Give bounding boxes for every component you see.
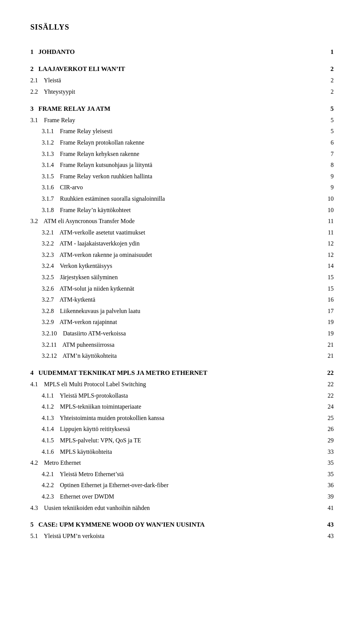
entry-text: 2 LAAJAVERKOT ELI WAN’IT	[30, 64, 322, 74]
toc-entry: 2.1 Yleistä2	[30, 76, 334, 85]
entry-text: 3.2.12 ATM’n käyttökohteita	[42, 351, 322, 361]
entry-page: 5	[322, 126, 334, 136]
toc-entry: 3.2.1 ATM-verkolle asetetut vaatimukset1…	[30, 228, 334, 238]
entry-page: 9	[322, 182, 334, 192]
entry-page: 35	[322, 458, 334, 468]
entry-page: 2	[322, 87, 334, 97]
entry-page: 43	[322, 519, 334, 530]
entry-page: 19	[322, 329, 334, 338]
entry-text: 4.2.2 Optinen Ethernet ja Ethernet-over-…	[42, 480, 322, 490]
page-title: SISÄLLYS	[30, 23, 334, 31]
entry-page: 41	[322, 503, 334, 513]
entry-page: 36	[322, 480, 334, 490]
entry-text: 4.3 Uusien tekniikoiden edut vanhoihin n…	[30, 503, 322, 513]
entry-text: 4.1.2 MPLS-tekniikan toimintaperiaate	[42, 402, 322, 412]
entry-page: 12	[322, 239, 334, 249]
entry-text: 4.1.3 Yhteistoiminta muiden protokollien…	[42, 413, 322, 423]
entry-text: 5.1 Yleistä UPM’n verkoista	[30, 531, 322, 541]
entry-text: 3.1.2 Frame Relayn protokollan rakenne	[42, 138, 322, 148]
entry-page: 21	[322, 340, 334, 350]
entry-page: 22	[322, 391, 334, 401]
toc-entry: 3.1.2 Frame Relayn protokollan rakenne6	[30, 138, 334, 148]
entry-page: 21	[322, 351, 334, 361]
toc-entry: 3.1.7 Ruuhkien estäminen suoralla signal…	[30, 194, 334, 204]
toc-entry: 4.1.6 MPLS käyttökohteita33	[30, 447, 334, 457]
toc-entry: 3.2.12 ATM’n käyttökohteita21	[30, 351, 334, 361]
entry-page: 15	[322, 272, 334, 282]
entry-page: 5	[322, 104, 334, 114]
entry-text: 3.1.3 Frame Relayn kehyksen rakenne	[42, 149, 322, 159]
entry-page: 19	[322, 317, 334, 327]
entry-page: 25	[322, 413, 334, 423]
entry-text: 4 UUDEMMAT TEKNIIKAT MPLS JA METRO ETHER…	[30, 368, 322, 378]
toc-entry: 1 JOHDANTO1	[30, 47, 334, 57]
toc-entry: 3.1.5 Frame Relay verkon ruuhkien hallin…	[30, 171, 334, 181]
entry-text: 3.2 ATM eli Asyncronous Transfer Mode	[30, 216, 322, 226]
entry-page: 15	[322, 284, 334, 294]
entry-page: 17	[322, 306, 334, 316]
entry-text: 3.1 Frame Relay	[30, 115, 322, 125]
entry-text: 4.1.4 Lippujen käyttö reitityksessä	[42, 424, 322, 434]
entry-text: 3.2.4 Verkon kytkentäisyys	[42, 261, 322, 271]
entry-page: 14	[322, 261, 334, 271]
entry-page: 24	[322, 402, 334, 412]
entry-text: 3.2.6 ATM-solut ja niiden kytkennät	[42, 284, 322, 294]
toc-entry: 3.2.8 Liikennekuvaus ja palvelun laatu17	[30, 306, 334, 316]
entry-page: 39	[322, 492, 334, 502]
toc-entry: 3.1.8 Frame Relay’n käyttökohteet10	[30, 205, 334, 215]
entry-text: 3.2.2 ATM - laajakaistaverkkojen ydin	[42, 239, 322, 249]
entry-text: 2.2 Yhteystyypit	[30, 87, 322, 97]
entry-page: 10	[322, 205, 334, 215]
toc-entry: 4.1.4 Lippujen käyttö reitityksessä26	[30, 424, 334, 434]
toc-entry: 4.1.3 Yhteistoiminta muiden protokollien…	[30, 413, 334, 423]
entry-page: 2	[322, 76, 334, 85]
entry-text: 3.1.6 CIR-arvo	[42, 182, 322, 192]
toc-entry: 3.1 Frame Relay5	[30, 115, 334, 125]
entry-page: 22	[322, 368, 334, 378]
toc-entry: 3.2.6 ATM-solut ja niiden kytkennät15	[30, 284, 334, 294]
entry-text: 3.2.5 Järjestyksen säilyminen	[42, 272, 322, 282]
toc-entry: 4.1.1 Yleistä MPLS-protokollasta22	[30, 391, 334, 401]
toc-entry: 5.1 Yleistä UPM’n verkoista43	[30, 531, 334, 541]
entry-page: 6	[322, 138, 334, 148]
entry-text: 3.2.3 ATM-verkon rakenne ja ominaisuudet	[42, 250, 322, 260]
entry-page: 29	[322, 436, 334, 445]
toc-entry: 5 CASE: UPM KYMMENE WOOD OY WAN’IEN UUSI…	[30, 519, 334, 530]
toc-entry: 4.2.3 Ethernet over DWDM39	[30, 492, 334, 502]
entry-text: 3.2.10 Datasiirto ATM-verkoissa	[42, 329, 322, 338]
toc-entry: 4.2 Metro Ethernet35	[30, 458, 334, 468]
entry-text: 4.1.6 MPLS käyttökohteita	[42, 447, 322, 457]
toc-container: 1 JOHDANTO12 LAAJAVERKOT ELI WAN’IT22.1 …	[30, 47, 334, 541]
toc-entry: 4.2.1 Yleistä Metro Ethernet’stä35	[30, 469, 334, 479]
entry-text: 5 CASE: UPM KYMMENE WOOD OY WAN’IEN UUSI…	[30, 519, 322, 530]
entry-text: 3.2.1 ATM-verkolle asetetut vaatimukset	[42, 228, 322, 238]
entry-text: 4.2 Metro Ethernet	[30, 458, 322, 468]
entry-text: 3.1.1 Frame Relay yleisesti	[42, 126, 322, 136]
entry-page: 10	[322, 194, 334, 204]
toc-entry: 3.2.2 ATM - laajakaistaverkkojen ydin12	[30, 239, 334, 249]
entry-text: 3.2.7 ATM-kytkentä	[42, 295, 322, 305]
toc-entry: 2 LAAJAVERKOT ELI WAN’IT2	[30, 64, 334, 74]
entry-text: 1 JOHDANTO	[30, 47, 322, 57]
toc-entry: 3.1.3 Frame Relayn kehyksen rakenne7	[30, 149, 334, 159]
entry-text: 3.2.8 Liikennekuvaus ja palvelun laatu	[42, 306, 322, 316]
entry-page: 43	[322, 531, 334, 541]
entry-page: 11	[322, 228, 334, 238]
entry-page: 5	[322, 115, 334, 125]
entry-text: 3.2.9 ATM-verkon rajapinnat	[42, 317, 322, 327]
toc-entry: 3.1.4 Frame Relayn kutsunohjaus ja liity…	[30, 160, 334, 170]
entry-page: 35	[322, 469, 334, 479]
entry-text: 3.1.8 Frame Relay’n käyttökohteet	[42, 205, 322, 215]
entry-page: 9	[322, 171, 334, 181]
toc-entry: 3.2.10 Datasiirto ATM-verkoissa19	[30, 329, 334, 338]
toc-entry: 3.2.5 Järjestyksen säilyminen15	[30, 272, 334, 282]
toc-entry: 4.3 Uusien tekniikoiden edut vanhoihin n…	[30, 503, 334, 513]
entry-page: 7	[322, 149, 334, 159]
entry-text: 3.1.4 Frame Relayn kutsunohjaus ja liity…	[42, 160, 322, 170]
toc-entry: 2.2 Yhteystyypit2	[30, 87, 334, 97]
entry-page: 16	[322, 295, 334, 305]
entry-page: 1	[322, 47, 334, 57]
toc-entry: 3.2.7 ATM-kytkentä16	[30, 295, 334, 305]
entry-text: 4.2.1 Yleistä Metro Ethernet’stä	[42, 469, 322, 479]
entry-page: 12	[322, 250, 334, 260]
